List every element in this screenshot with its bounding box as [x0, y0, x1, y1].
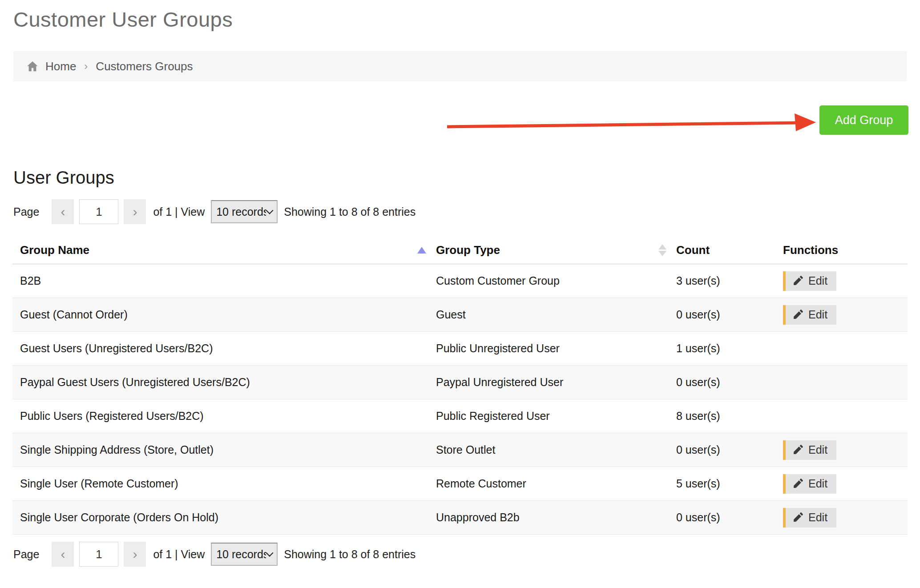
- edit-button-label: Edit: [808, 477, 827, 490]
- count-cell: 0 user(s): [676, 443, 783, 456]
- count-cell: 1 user(s): [676, 342, 783, 355]
- add-group-button[interactable]: Add Group: [819, 105, 908, 135]
- group-type-cell: Store Outlet: [436, 443, 676, 456]
- count-cell: 5 user(s): [676, 477, 783, 490]
- edit-button[interactable]: Edit: [783, 305, 836, 325]
- group-type-cell: Guest: [436, 308, 676, 321]
- page-label: Page: [13, 205, 39, 218]
- next-page-button[interactable]: ›: [124, 199, 146, 224]
- edit-button-label: Edit: [808, 443, 827, 456]
- table-header-row: Group Name Group Type Count Functions: [12, 237, 908, 264]
- group-name-cell: Public Users (Registered Users/B2C): [12, 410, 436, 423]
- table-row: Guest Users (Unregistered Users/B2C) Pub…: [12, 332, 908, 366]
- group-type-cell: Paypal Unregistered User: [436, 376, 676, 389]
- records-per-page-select[interactable]: 10 records: [211, 200, 278, 223]
- group-name-cell: B2B: [12, 274, 436, 287]
- column-header-group-name[interactable]: Group Name: [12, 243, 436, 257]
- count-cell: 8 user(s): [676, 410, 783, 423]
- edit-button-label: Edit: [808, 308, 827, 321]
- group-name-cell: Paypal Guest Users (Unregistered Users/B…: [12, 376, 436, 389]
- edit-button-label: Edit: [808, 274, 827, 287]
- group-name-cell: Single Shipping Address (Store, Outlet): [12, 443, 436, 456]
- page-title: Customer User Groups: [13, 7, 907, 32]
- group-type-cell: Remote Customer: [436, 477, 676, 490]
- prev-page-button[interactable]: ‹: [52, 542, 74, 567]
- user-groups-table: Group Name Group Type Count Functions B2…: [12, 237, 908, 535]
- pagination-top: Page ‹ › of 1 | View 10 records Showing …: [13, 199, 907, 224]
- group-name-cell: Single User (Remote Customer): [12, 477, 436, 490]
- group-type-cell: Custom Customer Group: [436, 274, 676, 287]
- pencil-icon: [793, 310, 803, 320]
- edit-button-label: Edit: [808, 511, 827, 524]
- pencil-icon: [793, 276, 803, 286]
- edit-button[interactable]: Edit: [783, 508, 836, 528]
- sort-ascending-icon: [417, 247, 426, 254]
- chevron-down-icon: [266, 207, 274, 214]
- breadcrumb-separator: ›: [84, 60, 88, 72]
- edit-button[interactable]: Edit: [783, 271, 836, 291]
- group-type-cell: Public Unregistered User: [436, 342, 676, 355]
- column-header-functions: Functions: [783, 243, 908, 257]
- group-name-header-label: Group Name: [20, 243, 89, 257]
- pencil-icon: [793, 445, 803, 455]
- records-per-page-select[interactable]: 10 records: [211, 543, 278, 566]
- column-header-group-type[interactable]: Group Type: [436, 243, 676, 257]
- breadcrumb-current: Customers Groups: [96, 60, 193, 73]
- section-title: User Groups: [13, 168, 907, 188]
- count-cell: 3 user(s): [676, 274, 783, 287]
- functions-header-label: Functions: [783, 243, 838, 257]
- page-number-input[interactable]: [79, 542, 118, 567]
- page-label: Page: [13, 548, 39, 561]
- table-row: B2B Custom Customer Group 3 user(s) Edit: [12, 264, 908, 298]
- toolbar: Add Group: [0, 99, 920, 145]
- count-cell: 0 user(s): [676, 308, 783, 321]
- group-type-header-label: Group Type: [436, 243, 500, 257]
- page-number-input[interactable]: [79, 199, 118, 224]
- records-select-value: 10 records: [216, 548, 266, 561]
- records-select-value: 10 records: [216, 205, 266, 218]
- group-type-cell: Public Registered User: [436, 410, 676, 423]
- table-row: Single User Corporate (Orders On Hold) U…: [12, 501, 908, 535]
- breadcrumb-home-link[interactable]: Home: [45, 60, 76, 73]
- count-header-label: Count: [676, 243, 710, 257]
- column-header-count: Count: [676, 243, 783, 257]
- of-view-label: of 1 | View: [153, 205, 205, 218]
- breadcrumb: Home › Customers Groups: [13, 51, 907, 81]
- table-row: Guest (Cannot Order) Guest 0 user(s) Edi…: [12, 298, 908, 332]
- prev-page-button[interactable]: ‹: [52, 199, 74, 224]
- table-row: Paypal Guest Users (Unregistered Users/B…: [12, 366, 908, 399]
- count-cell: 0 user(s): [676, 376, 783, 389]
- pagination-bottom: Page ‹ › of 1 | View 10 records Showing …: [13, 542, 907, 567]
- edit-button[interactable]: Edit: [783, 440, 836, 460]
- group-name-cell: Guest Users (Unregistered Users/B2C): [12, 342, 436, 355]
- home-icon: [26, 60, 39, 73]
- annotation-arrow: [0, 99, 920, 145]
- sort-unsorted-icon: [658, 244, 666, 256]
- showing-entries-label: Showing 1 to 8 of 8 entries: [284, 205, 416, 218]
- showing-entries-label: Showing 1 to 8 of 8 entries: [284, 548, 416, 561]
- table-row: Public Users (Registered Users/B2C) Publ…: [12, 399, 908, 433]
- table-row: Single Shipping Address (Store, Outlet) …: [12, 433, 908, 467]
- table-row: Single User (Remote Customer) Remote Cus…: [12, 467, 908, 501]
- count-cell: 0 user(s): [676, 511, 783, 524]
- group-type-cell: Unapproved B2b: [436, 511, 676, 524]
- pencil-icon: [793, 512, 803, 523]
- chevron-down-icon: [266, 549, 274, 557]
- group-name-cell: Single User Corporate (Orders On Hold): [12, 511, 436, 524]
- of-view-label: of 1 | View: [153, 548, 205, 561]
- pencil-icon: [793, 479, 803, 489]
- edit-button[interactable]: Edit: [783, 474, 836, 494]
- group-name-cell: Guest (Cannot Order): [12, 308, 436, 321]
- next-page-button[interactable]: ›: [124, 542, 146, 567]
